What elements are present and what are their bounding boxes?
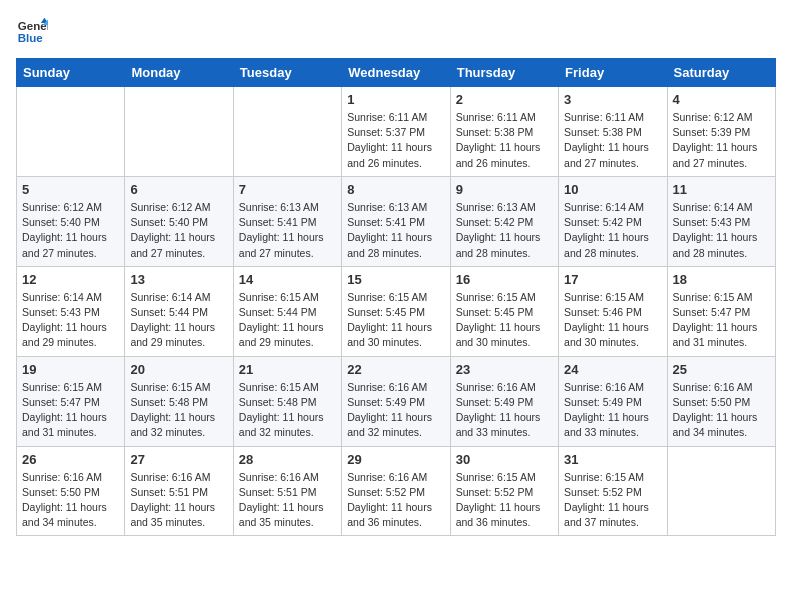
day-number: 25: [673, 362, 770, 377]
calendar-cell: 11Sunrise: 6:14 AM Sunset: 5:43 PM Dayli…: [667, 176, 775, 266]
calendar-cell: 10Sunrise: 6:14 AM Sunset: 5:42 PM Dayli…: [559, 176, 667, 266]
day-number: 8: [347, 182, 444, 197]
day-info: Sunrise: 6:11 AM Sunset: 5:38 PM Dayligh…: [564, 110, 661, 171]
day-info: Sunrise: 6:15 AM Sunset: 5:44 PM Dayligh…: [239, 290, 336, 351]
day-info: Sunrise: 6:15 AM Sunset: 5:52 PM Dayligh…: [564, 470, 661, 531]
day-info: Sunrise: 6:16 AM Sunset: 5:50 PM Dayligh…: [22, 470, 119, 531]
calendar-cell: 30Sunrise: 6:15 AM Sunset: 5:52 PM Dayli…: [450, 446, 558, 536]
day-number: 10: [564, 182, 661, 197]
day-info: Sunrise: 6:14 AM Sunset: 5:44 PM Dayligh…: [130, 290, 227, 351]
calendar-week-row: 1Sunrise: 6:11 AM Sunset: 5:37 PM Daylig…: [17, 87, 776, 177]
calendar-week-row: 26Sunrise: 6:16 AM Sunset: 5:50 PM Dayli…: [17, 446, 776, 536]
day-number: 16: [456, 272, 553, 287]
day-info: Sunrise: 6:16 AM Sunset: 5:51 PM Dayligh…: [239, 470, 336, 531]
calendar-cell: 16Sunrise: 6:15 AM Sunset: 5:45 PM Dayli…: [450, 266, 558, 356]
day-info: Sunrise: 6:15 AM Sunset: 5:47 PM Dayligh…: [673, 290, 770, 351]
day-number: 9: [456, 182, 553, 197]
calendar-cell: 2Sunrise: 6:11 AM Sunset: 5:38 PM Daylig…: [450, 87, 558, 177]
calendar-cell: 18Sunrise: 6:15 AM Sunset: 5:47 PM Dayli…: [667, 266, 775, 356]
calendar-header-row: SundayMondayTuesdayWednesdayThursdayFrid…: [17, 59, 776, 87]
day-number: 15: [347, 272, 444, 287]
calendar-cell: 19Sunrise: 6:15 AM Sunset: 5:47 PM Dayli…: [17, 356, 125, 446]
calendar-week-row: 5Sunrise: 6:12 AM Sunset: 5:40 PM Daylig…: [17, 176, 776, 266]
day-number: 31: [564, 452, 661, 467]
day-number: 11: [673, 182, 770, 197]
calendar-cell: 22Sunrise: 6:16 AM Sunset: 5:49 PM Dayli…: [342, 356, 450, 446]
day-number: 12: [22, 272, 119, 287]
calendar-cell: 13Sunrise: 6:14 AM Sunset: 5:44 PM Dayli…: [125, 266, 233, 356]
calendar-cell: 6Sunrise: 6:12 AM Sunset: 5:40 PM Daylig…: [125, 176, 233, 266]
day-info: Sunrise: 6:13 AM Sunset: 5:41 PM Dayligh…: [239, 200, 336, 261]
logo-icon: General Blue: [16, 16, 48, 48]
col-header-friday: Friday: [559, 59, 667, 87]
day-number: 2: [456, 92, 553, 107]
calendar-cell: 15Sunrise: 6:15 AM Sunset: 5:45 PM Dayli…: [342, 266, 450, 356]
day-number: 23: [456, 362, 553, 377]
col-header-monday: Monday: [125, 59, 233, 87]
day-info: Sunrise: 6:11 AM Sunset: 5:38 PM Dayligh…: [456, 110, 553, 171]
calendar-cell: 1Sunrise: 6:11 AM Sunset: 5:37 PM Daylig…: [342, 87, 450, 177]
calendar-cell: [125, 87, 233, 177]
calendar-cell: [17, 87, 125, 177]
col-header-sunday: Sunday: [17, 59, 125, 87]
day-number: 14: [239, 272, 336, 287]
day-number: 18: [673, 272, 770, 287]
calendar-cell: 27Sunrise: 6:16 AM Sunset: 5:51 PM Dayli…: [125, 446, 233, 536]
day-number: 19: [22, 362, 119, 377]
calendar-week-row: 12Sunrise: 6:14 AM Sunset: 5:43 PM Dayli…: [17, 266, 776, 356]
day-number: 21: [239, 362, 336, 377]
col-header-wednesday: Wednesday: [342, 59, 450, 87]
calendar-week-row: 19Sunrise: 6:15 AM Sunset: 5:47 PM Dayli…: [17, 356, 776, 446]
day-info: Sunrise: 6:15 AM Sunset: 5:48 PM Dayligh…: [239, 380, 336, 441]
day-info: Sunrise: 6:15 AM Sunset: 5:45 PM Dayligh…: [456, 290, 553, 351]
day-number: 7: [239, 182, 336, 197]
calendar-cell: 17Sunrise: 6:15 AM Sunset: 5:46 PM Dayli…: [559, 266, 667, 356]
logo: General Blue: [16, 16, 48, 48]
day-info: Sunrise: 6:14 AM Sunset: 5:43 PM Dayligh…: [673, 200, 770, 261]
calendar-cell: 8Sunrise: 6:13 AM Sunset: 5:41 PM Daylig…: [342, 176, 450, 266]
day-number: 22: [347, 362, 444, 377]
calendar-cell: 26Sunrise: 6:16 AM Sunset: 5:50 PM Dayli…: [17, 446, 125, 536]
day-number: 1: [347, 92, 444, 107]
calendar-cell: 28Sunrise: 6:16 AM Sunset: 5:51 PM Dayli…: [233, 446, 341, 536]
calendar-cell: [233, 87, 341, 177]
day-number: 28: [239, 452, 336, 467]
day-info: Sunrise: 6:15 AM Sunset: 5:45 PM Dayligh…: [347, 290, 444, 351]
day-number: 13: [130, 272, 227, 287]
day-number: 24: [564, 362, 661, 377]
day-info: Sunrise: 6:15 AM Sunset: 5:48 PM Dayligh…: [130, 380, 227, 441]
day-number: 5: [22, 182, 119, 197]
day-number: 3: [564, 92, 661, 107]
calendar-cell: 20Sunrise: 6:15 AM Sunset: 5:48 PM Dayli…: [125, 356, 233, 446]
day-info: Sunrise: 6:16 AM Sunset: 5:49 PM Dayligh…: [456, 380, 553, 441]
calendar-cell: 4Sunrise: 6:12 AM Sunset: 5:39 PM Daylig…: [667, 87, 775, 177]
day-info: Sunrise: 6:14 AM Sunset: 5:43 PM Dayligh…: [22, 290, 119, 351]
day-info: Sunrise: 6:13 AM Sunset: 5:41 PM Dayligh…: [347, 200, 444, 261]
day-info: Sunrise: 6:16 AM Sunset: 5:49 PM Dayligh…: [564, 380, 661, 441]
day-info: Sunrise: 6:15 AM Sunset: 5:47 PM Dayligh…: [22, 380, 119, 441]
day-number: 17: [564, 272, 661, 287]
calendar-cell: 3Sunrise: 6:11 AM Sunset: 5:38 PM Daylig…: [559, 87, 667, 177]
day-number: 27: [130, 452, 227, 467]
day-info: Sunrise: 6:16 AM Sunset: 5:49 PM Dayligh…: [347, 380, 444, 441]
calendar-cell: 7Sunrise: 6:13 AM Sunset: 5:41 PM Daylig…: [233, 176, 341, 266]
calendar-cell: 23Sunrise: 6:16 AM Sunset: 5:49 PM Dayli…: [450, 356, 558, 446]
day-info: Sunrise: 6:16 AM Sunset: 5:51 PM Dayligh…: [130, 470, 227, 531]
calendar-table: SundayMondayTuesdayWednesdayThursdayFrid…: [16, 58, 776, 536]
calendar-cell: 31Sunrise: 6:15 AM Sunset: 5:52 PM Dayli…: [559, 446, 667, 536]
day-number: 29: [347, 452, 444, 467]
calendar-cell: 5Sunrise: 6:12 AM Sunset: 5:40 PM Daylig…: [17, 176, 125, 266]
calendar-cell: 12Sunrise: 6:14 AM Sunset: 5:43 PM Dayli…: [17, 266, 125, 356]
calendar-cell: 21Sunrise: 6:15 AM Sunset: 5:48 PM Dayli…: [233, 356, 341, 446]
day-info: Sunrise: 6:12 AM Sunset: 5:39 PM Dayligh…: [673, 110, 770, 171]
calendar-cell: 24Sunrise: 6:16 AM Sunset: 5:49 PM Dayli…: [559, 356, 667, 446]
calendar-cell: [667, 446, 775, 536]
day-info: Sunrise: 6:14 AM Sunset: 5:42 PM Dayligh…: [564, 200, 661, 261]
col-header-saturday: Saturday: [667, 59, 775, 87]
day-info: Sunrise: 6:16 AM Sunset: 5:52 PM Dayligh…: [347, 470, 444, 531]
calendar-cell: 14Sunrise: 6:15 AM Sunset: 5:44 PM Dayli…: [233, 266, 341, 356]
page-header: General Blue: [16, 16, 776, 48]
day-number: 6: [130, 182, 227, 197]
day-info: Sunrise: 6:15 AM Sunset: 5:46 PM Dayligh…: [564, 290, 661, 351]
calendar-cell: 29Sunrise: 6:16 AM Sunset: 5:52 PM Dayli…: [342, 446, 450, 536]
